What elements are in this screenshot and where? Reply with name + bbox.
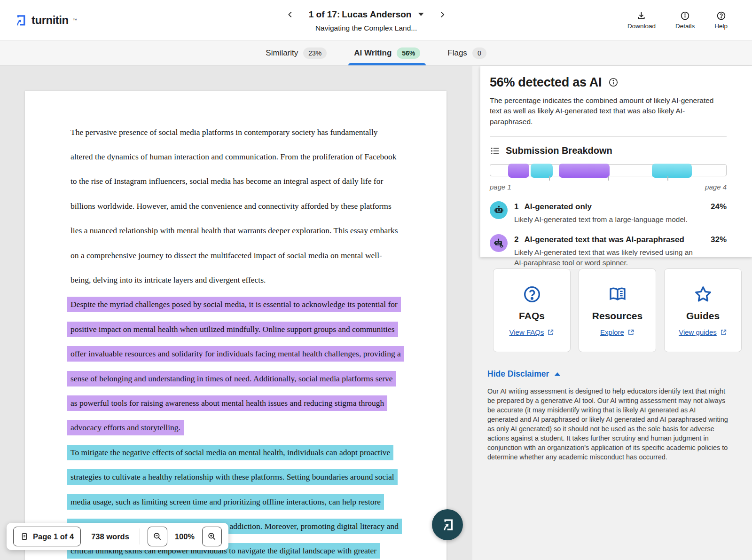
purple-highlighted-text: advocacy efforts and storytelling. xyxy=(67,420,184,435)
page-start-label: page 1 xyxy=(490,183,511,191)
breakdown-item-number: 2 xyxy=(514,235,518,245)
document-line-text: The pervasive presence of social media p… xyxy=(67,125,381,140)
panel-resources-section: FAQs View FAQs Resources Explore xyxy=(472,257,752,560)
view-faqs-link[interactable]: View FAQs xyxy=(509,328,555,336)
word-count: 738 words xyxy=(88,532,132,541)
toolbar-divider xyxy=(140,528,140,544)
document-viewer: The pervasive presence of social media p… xyxy=(0,66,472,560)
ai-detection-info-button[interactable] xyxy=(608,77,619,88)
help-circle-icon xyxy=(716,11,726,21)
robot-paraphrase-icon xyxy=(490,234,508,252)
download-button[interactable]: Download xyxy=(627,11,656,30)
document-page: The pervasive presence of social media p… xyxy=(25,91,446,560)
header: turnitin™ 1 of 17:Lucas Anderson Navigat… xyxy=(0,0,752,40)
breakdown-bar xyxy=(490,164,727,176)
turnitin-logo: turnitin™ xyxy=(0,13,77,27)
book-open-icon xyxy=(608,285,627,304)
brand-trademark: ™ xyxy=(73,18,77,23)
document-line-text: on a comprehensive journey to dissect th… xyxy=(67,248,385,263)
submission-selector[interactable]: 1 of 17:Lucas Anderson xyxy=(309,9,424,20)
ai-paraphrased-percentage: 32% xyxy=(711,235,727,245)
document-line: positive impact on mental health when ut… xyxy=(70,317,402,341)
ai-writing-panel: 56% detected as AI The percentage indica… xyxy=(472,66,752,560)
cyan-highlighted-text: strategies to cultivate a healthy relati… xyxy=(67,469,398,485)
cyan-highlighted-text: To mitigate the negative effects of soci… xyxy=(67,445,393,460)
guides-card: Guides View guides xyxy=(664,268,742,352)
document-line-text: billions worldwide. However, amid the co… xyxy=(67,198,395,214)
star-icon xyxy=(694,285,713,304)
zoom-out-button[interactable] xyxy=(148,527,167,546)
next-submission-button[interactable] xyxy=(436,8,448,21)
purple-highlighted-text: sense of belonging and understanding in … xyxy=(67,371,396,386)
purple-highlighted-text: offer invaluable resources and solidarit… xyxy=(67,346,404,362)
hide-disclaimer-button[interactable]: Hide Disclaimer xyxy=(487,369,560,379)
document-line: strategies to cultivate a healthy relati… xyxy=(70,465,402,489)
cyan-highlighted-text: media usage, such as limiting screen tim… xyxy=(67,494,384,510)
submission-author: Lucas Anderson xyxy=(342,9,411,20)
document-line: being, delving into its intricate layers… xyxy=(70,268,402,292)
document-line: sense of belonging and understanding in … xyxy=(70,366,402,391)
panel-divider xyxy=(490,136,727,137)
page-navigator-button[interactable]: Page 1 of 4 xyxy=(13,527,81,546)
explore-resources-link[interactable]: Explore xyxy=(600,328,634,336)
purple-highlighted-text: Despite the myriad challenges posed by s… xyxy=(67,297,401,312)
details-button[interactable]: Details xyxy=(675,11,695,30)
faqs-card: FAQs View FAQs xyxy=(493,268,571,352)
turnitin-app: turnitin™ 1 of 17:Lucas Anderson Navigat… xyxy=(0,0,752,560)
page-boundary-tick xyxy=(549,176,550,181)
breakdown-segment-ai-paraphrased[interactable] xyxy=(559,164,610,178)
breakdown-item-title: AI-generated text that was AI-paraphrase… xyxy=(524,235,684,245)
zoom-in-icon xyxy=(207,532,217,541)
purple-highlighted-text: positive impact on mental health when ut… xyxy=(67,322,398,337)
report-tabbar: Similarity23% AI Writing56% Flags0 xyxy=(0,40,752,66)
chevron-right-icon xyxy=(438,11,446,18)
ai-detection-title: 56% detected as AI xyxy=(490,75,602,90)
document-text: The pervasive presence of social media p… xyxy=(25,91,446,560)
zoom-level: 100% xyxy=(175,532,195,541)
turnitin-logo-icon xyxy=(13,13,27,27)
faqs-card-title: FAQs xyxy=(519,310,545,322)
submission-nav: 1 of 17:Lucas Anderson Navigating the Co… xyxy=(284,0,448,40)
document-line: Despite the myriad challenges posed by s… xyxy=(70,292,402,317)
brand-name: turnitin xyxy=(31,14,69,27)
turnitin-fab-button[interactable] xyxy=(432,509,463,540)
similarity-score-badge: 23% xyxy=(303,47,327,59)
external-link-icon xyxy=(720,329,727,336)
document-line: as powerful tools for raising awareness … xyxy=(70,391,402,415)
ai-detection-description: The percentage indicates the combined am… xyxy=(490,95,727,127)
document-line-text: to the rise of Instagram influencers, so… xyxy=(67,174,386,189)
tab-flags[interactable]: Flags0 xyxy=(442,40,492,65)
resources-card: Resources Explore xyxy=(579,268,656,352)
help-button[interactable]: Help xyxy=(714,11,728,30)
tab-ai-writing[interactable]: AI Writing56% xyxy=(348,40,426,65)
external-link-icon xyxy=(547,329,554,336)
page-boundary-tick xyxy=(608,176,609,181)
page-boundary-tick xyxy=(667,176,668,181)
main-area: The pervasive presence of social media p… xyxy=(0,66,752,560)
page-icon xyxy=(20,532,29,541)
document-line: on a comprehensive journey to dissect th… xyxy=(70,243,402,268)
guides-card-title: Guides xyxy=(686,310,720,322)
breakdown-segment-ai-generated[interactable] xyxy=(652,164,692,178)
breakdown-segment-ai-paraphrased[interactable] xyxy=(508,164,530,178)
previous-submission-button[interactable] xyxy=(284,8,297,21)
tab-similarity[interactable]: Similarity23% xyxy=(260,40,332,65)
document-line: advocacy efforts and storytelling. xyxy=(70,416,402,440)
document-line: offer invaluable resources and solidarit… xyxy=(70,342,402,366)
document-line-text: altered the dynamics of human interactio… xyxy=(67,149,400,165)
document-line-text: being, delving into its intricate layers… xyxy=(67,272,269,288)
page-end-label: page 4 xyxy=(705,183,727,191)
view-guides-link[interactable]: View guides xyxy=(679,328,727,336)
ai-generated-percentage: 24% xyxy=(711,202,727,212)
info-circle-icon xyxy=(608,77,619,87)
list-icon xyxy=(490,146,500,156)
document-line: media usage, such as limiting screen tim… xyxy=(70,489,402,514)
caret-down-icon xyxy=(418,13,423,16)
robot-icon xyxy=(490,201,508,219)
breakdown-item-title: AI-generated only xyxy=(524,202,592,212)
caret-up-icon xyxy=(555,372,560,376)
document-line: to the rise of Instagram influencers, so… xyxy=(70,169,402,194)
zoom-in-button[interactable] xyxy=(202,527,222,546)
info-circle-icon xyxy=(680,11,690,21)
breakdown-segment-ai-generated[interactable] xyxy=(531,164,553,178)
